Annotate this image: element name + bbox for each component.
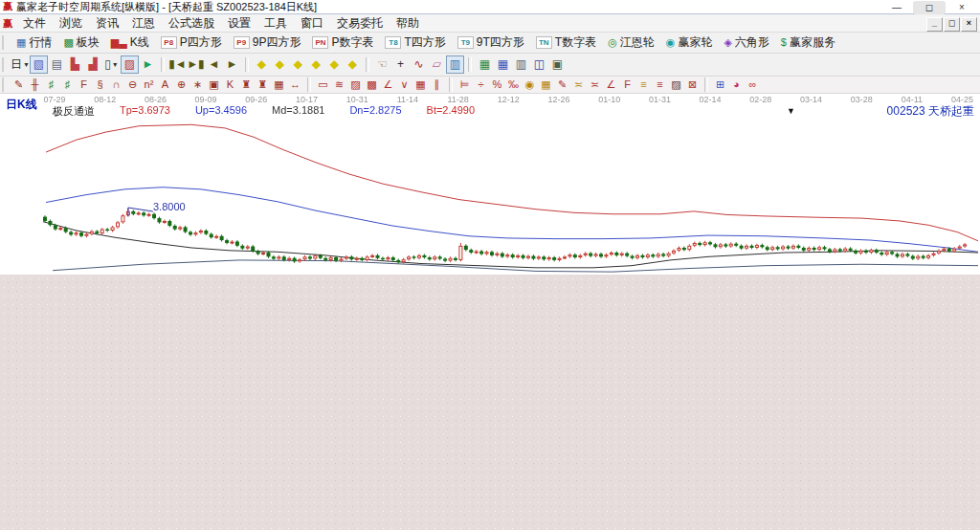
gold-steps-icon[interactable]: ≡ <box>635 77 652 92</box>
dense-grid-icon[interactable]: ▦ <box>271 77 287 92</box>
minimize-button[interactable]: — <box>880 1 913 14</box>
menu-item-9[interactable]: 帮助 <box>390 15 426 32</box>
fe-lines-icon[interactable]: F <box>619 77 635 92</box>
expand-all-icon[interactable]: ◆ <box>344 55 362 74</box>
menu-item-0[interactable]: 文件 <box>16 15 53 32</box>
grid-window-icon[interactable]: ⊞ <box>712 77 728 92</box>
cycle-circle-icon[interactable]: ⊖ <box>124 77 141 92</box>
menu-item-5[interactable]: 设置 <box>221 15 257 32</box>
kline-canvas[interactable] <box>0 94 980 275</box>
hatch-grid-icon[interactable]: ╫ <box>27 77 43 92</box>
next-bar-icon[interactable]: ► <box>223 55 241 74</box>
expand-left-icon[interactable]: ◆ <box>289 55 307 74</box>
gann-grid2-icon[interactable]: ♯ <box>59 77 76 92</box>
percent-slash-icon[interactable]: ÷ <box>473 77 489 92</box>
hand-tool-icon[interactable]: ☜ <box>373 55 391 74</box>
crosshair-tool-icon[interactable]: + <box>391 55 410 74</box>
dark-box-icon[interactable]: ▨ <box>668 77 684 92</box>
p9-square-button[interactable]: P99P四方形 <box>228 34 307 51</box>
menu-item-4[interactable]: 公式选股 <box>162 15 221 32</box>
tower2-icon[interactable]: ♜ <box>255 77 271 92</box>
rise-angle-icon[interactable]: ∠ <box>603 77 619 92</box>
gold-balance-icon[interactable]: ≍ <box>570 77 587 92</box>
winner-service-button[interactable]: $赢家服务 <box>775 34 841 51</box>
p-table-button[interactable]: PNP数字表 <box>306 34 379 51</box>
angle-lines-icon[interactable]: ∠ <box>380 77 396 92</box>
expand-vert-icon[interactable]: ◆ <box>325 55 344 74</box>
k-note-icon[interactable]: K <box>222 77 238 92</box>
menu-item-6[interactable]: 工具 <box>257 15 294 32</box>
slash-lines-icon[interactable]: ∥ <box>429 77 445 92</box>
ten-pen-icon[interactable]: ✎ <box>554 77 570 92</box>
shade-box-icon[interactable]: ▨ <box>347 77 364 92</box>
menu-item-1[interactable]: 浏览 <box>53 15 89 32</box>
mdi-restore-button[interactable]: ◻ <box>944 17 960 32</box>
menu-item-7[interactable]: 窗口 <box>294 15 330 32</box>
close-button[interactable]: × <box>946 1 978 14</box>
target-circle-icon[interactable]: ⊕ <box>173 77 189 92</box>
note-tool-icon[interactable]: ▱ <box>428 55 446 74</box>
amount-bars-icon[interactable]: ▟ <box>84 55 102 74</box>
hexagon-button[interactable]: ◈六角形 <box>718 34 774 51</box>
prev-bar-icon[interactable]: ◄ <box>205 55 223 74</box>
gann-grid-icon[interactable]: ♯ <box>43 77 59 92</box>
save-icon[interactable]: ◫ <box>530 55 548 74</box>
candle-style-dropdown[interactable]: ▯▼ <box>102 55 121 74</box>
export-icon[interactable]: ▣ <box>548 55 567 74</box>
shade-box2-icon[interactable]: ▩ <box>364 77 380 92</box>
p-square-button[interactable]: P8P四方形 <box>155 34 228 51</box>
sectors-button[interactable]: ▩板块 <box>57 34 104 51</box>
info-panel-icon[interactable]: ▤ <box>48 55 66 74</box>
chart-x-icon[interactable]: ⊠ <box>684 77 701 92</box>
paint-flag-icon[interactable]: ► <box>139 55 157 74</box>
infinity-icon[interactable]: ∞ <box>745 77 761 92</box>
image-box-icon[interactable]: ▣ <box>206 77 222 92</box>
tower-icon[interactable]: ♜ <box>238 77 255 92</box>
kline-frame-icon[interactable]: ▨ <box>121 55 139 74</box>
angle-a-icon[interactable]: A <box>157 77 173 92</box>
flower-wheel-icon[interactable]: ∗ <box>189 77 206 92</box>
quotes-button[interactable]: ▦行情 <box>11 34 57 51</box>
red-box-icon[interactable]: ▭ <box>315 77 331 92</box>
grid-lines-icon[interactable]: ▦ <box>412 77 429 92</box>
arc-tool-icon[interactable]: ∩ <box>108 77 124 92</box>
percent-icon[interactable]: % <box>489 77 505 92</box>
compare-bars-icon[interactable]: ⊨ <box>457 77 473 92</box>
t9-square-button[interactable]: T99T四方形 <box>452 34 530 51</box>
color-wheel-icon[interactable]: ◕ <box>728 77 745 92</box>
menu-item-3[interactable]: 江恩 <box>125 15 162 32</box>
t-square-button[interactable]: T8T四方形 <box>379 34 451 51</box>
calculator-icon[interactable]: ▦ <box>494 55 512 74</box>
zoom-left-icon[interactable]: ◆ <box>253 55 271 74</box>
menu-item-2[interactable]: 资讯 <box>89 15 125 32</box>
fan-lines-icon[interactable]: ≋ <box>331 77 347 92</box>
n-square-icon[interactable]: n² <box>141 77 157 92</box>
red-steps-icon[interactable]: ≡ <box>652 77 668 92</box>
period-day-dropdown[interactable]: 日▼ <box>11 55 30 74</box>
five-elements-icon[interactable]: § <box>92 77 108 92</box>
red-balance-icon[interactable]: ≍ <box>587 77 603 92</box>
mdi-close-button[interactable]: × <box>961 17 977 32</box>
memo-icon[interactable]: ▥ <box>512 55 530 74</box>
draw-brush-icon[interactable]: ✎ <box>11 77 27 92</box>
first-bar-icon[interactable]: ▮◄ <box>168 55 187 74</box>
gold-grid-icon[interactable]: ▦ <box>538 77 554 92</box>
check-lines-icon[interactable]: ∨ <box>396 77 412 92</box>
region-select-icon[interactable]: ▥ <box>446 55 464 74</box>
last-bar-icon[interactable]: ►▮ <box>187 55 205 74</box>
t-table-button[interactable]: TNT数字表 <box>530 34 602 51</box>
f-ruler-icon[interactable]: F <box>76 77 92 92</box>
permille-icon[interactable]: ‰ <box>505 77 522 92</box>
kline-button[interactable]: ▆▃K线 <box>105 34 155 51</box>
gann-wheel-button[interactable]: ◎江恩轮 <box>602 34 660 51</box>
menu-item-8[interactable]: 交易委托 <box>330 15 390 32</box>
mdi-minimize-button[interactable]: _ <box>926 17 943 32</box>
gold-coin-icon[interactable]: ◉ <box>522 77 538 92</box>
calendar-icon[interactable]: ▦ <box>476 55 494 74</box>
trendline-tool-icon[interactable]: ∿ <box>410 55 428 74</box>
zoom-right-icon[interactable]: ◆ <box>271 55 289 74</box>
chart-overlay-icon[interactable]: ▧ <box>30 55 48 74</box>
expand-right-icon[interactable]: ◆ <box>307 55 325 74</box>
winner-wheel-button[interactable]: ◉赢家轮 <box>660 34 719 51</box>
volume-bars-icon[interactable]: ▙ <box>66 55 84 74</box>
